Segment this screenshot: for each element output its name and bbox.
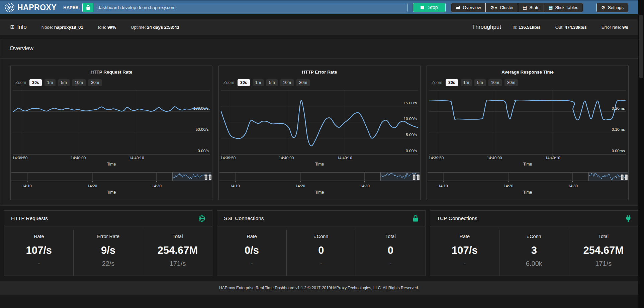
zoom-controls: Zoom30s1m5m10m30m	[223, 79, 420, 86]
x-axis-tick-label: 14:40:10	[545, 156, 560, 160]
metric-label: #Conn	[287, 234, 356, 239]
x-axis-tick-label: 14:39:50	[220, 156, 236, 160]
metric-label: Total	[143, 234, 212, 239]
x-axis-tick-labels: 14:39:5014:40:0014:40:10	[427, 156, 628, 161]
zoom-1m-button[interactable]: 1m	[461, 79, 472, 86]
zoom-30m-button[interactable]: 30m	[88, 79, 102, 86]
uptime-info: Uptime: 24 days 2:53:43	[131, 25, 179, 30]
y-axis-tick-label: 0.00ms	[612, 148, 625, 153]
navigator-handle[interactable]	[417, 175, 420, 180]
card-ssl-connections: SSL Connections Rate0/s-#Conn0-Total0-	[217, 210, 425, 276]
navigator[interactable]	[427, 172, 628, 183]
stop-button[interactable]: Stop	[413, 3, 446, 12]
section-heading: Overview	[0, 39, 638, 59]
card-body: Rate107/s-#Conn36.00kTotal254.67M171/s	[430, 226, 638, 276]
metric-sub-value: -	[430, 260, 499, 268]
nav-button-cluster[interactable]: ⚙⚙ Cluster	[486, 3, 519, 12]
metric-label: Rate	[4, 234, 73, 239]
navigator-tick-label: 14:30	[360, 184, 370, 188]
idle-info: Idle: 99%	[98, 25, 116, 30]
overview-section: Overview HTTP Request RateZoom30s1m5m10m…	[0, 39, 638, 206]
navigator-tick-label: 14:10	[230, 184, 240, 188]
navigator-handle[interactable]	[625, 175, 628, 180]
navigator-tick-labels: 14:1014:2014:30	[427, 184, 628, 189]
metric-column-conn: #Conn36.00k	[499, 230, 568, 276]
error-rate-value: 9/s	[622, 25, 628, 30]
nav-button-label: Cluster	[500, 5, 514, 10]
x-axis-title: Time	[427, 162, 628, 168]
hapee-label: HAPEE:	[63, 5, 80, 10]
nav-button-stats[interactable]: ▤ Stats	[518, 3, 544, 12]
card-header: SSL Connections	[217, 211, 425, 226]
series-line	[221, 100, 418, 146]
zoom-10m-button[interactable]: 10m	[280, 79, 294, 86]
url-input[interactable]: dashboard-develop.demo.haproxy.com	[93, 3, 407, 12]
x-axis-tick-label: 14:40:10	[337, 156, 352, 160]
nav-button-overview[interactable]: Overview	[451, 3, 486, 12]
zoom-30s-button[interactable]: 30s	[446, 79, 458, 86]
chart-panel-http-error-rate: HTTP Error RateZoom30s1m5m10m30m15.00/s1…	[218, 66, 421, 200]
globe-icon	[198, 215, 205, 222]
zoom-30s-button[interactable]: 30s	[238, 79, 250, 86]
zoom-10m-button[interactable]: 10m	[488, 79, 502, 86]
stop-icon	[421, 6, 424, 9]
y-axis-tick-label: 50.00/s	[195, 127, 208, 132]
chart-plot: 15.00/s10.00/s5.00/s0.00/s	[219, 89, 420, 156]
lock-icon	[412, 215, 419, 222]
zoom-30m-button[interactable]: 30m	[504, 79, 518, 86]
card-body: Rate0/s-#Conn0-Total0-	[217, 226, 425, 276]
zoom-10m-button[interactable]: 10m	[72, 79, 86, 86]
uptime-value: 24 days 2:53:43	[147, 25, 179, 30]
nav-button-label: Stats	[530, 5, 540, 10]
zoom-30m-button[interactable]: 30m	[296, 79, 310, 86]
scrollbar-thumb[interactable]	[639, 15, 643, 78]
settings-button[interactable]: ⚙ Settings	[596, 3, 628, 12]
zoom-1m-button[interactable]: 1m	[44, 79, 56, 86]
url-lock-button[interactable]	[83, 3, 93, 12]
metric-label: Rate	[430, 234, 499, 239]
throughput-info: Throughput In: 136.51kb/s Out: 474.33kb/…	[472, 24, 628, 30]
url-bar: dashboard-develop.demo.haproxy.com	[82, 3, 407, 12]
metric-value: 254.67M	[143, 244, 212, 256]
throughput-label: Throughput	[472, 24, 501, 30]
nav-button-label: Overview	[463, 5, 481, 10]
navigator-handle[interactable]	[621, 175, 623, 180]
table-icon: ▦	[548, 5, 553, 10]
node-label: Node:	[41, 25, 53, 30]
zoom-5m-button[interactable]: 5m	[266, 79, 277, 86]
nav-button-label: Stick Tables	[555, 5, 578, 10]
haproxy-logo-icon	[5, 2, 15, 12]
throughput-in: In: 136.51kb/s	[513, 25, 541, 30]
info-toggle[interactable]: ⊞ Info	[10, 24, 27, 30]
chart-plot: 0.20ms0.10ms0.00ms	[427, 89, 628, 156]
navigator-tick-label: 14:20	[503, 184, 513, 188]
metric-sub-value: -	[356, 260, 425, 268]
out-label: Out:	[555, 25, 564, 30]
metric-label: Error Rate	[74, 234, 143, 239]
metric-value: 107/s	[430, 244, 499, 256]
navigator[interactable]	[11, 172, 212, 183]
nav-button-stick-tables[interactable]: ▦ Stick Tables	[544, 3, 582, 12]
navigator-axis-title: Time	[11, 190, 212, 195]
out-value: 474.33kb/s	[565, 25, 587, 30]
metric-sub-value: 171/s	[569, 260, 638, 268]
zoom-label: Zoom	[223, 80, 234, 85]
y-axis-tick-label: 10.00/s	[403, 117, 417, 121]
navigator-handle[interactable]	[209, 175, 211, 180]
metric-sub-value: 171/s	[143, 260, 212, 268]
gears-icon: ⚙⚙	[490, 5, 497, 10]
zoom-1m-button[interactable]: 1m	[253, 79, 264, 86]
navigator-handle[interactable]	[413, 175, 415, 180]
metric-label: #Conn	[499, 234, 568, 239]
area-chart-icon	[456, 5, 461, 10]
metric-column-rate: Rate107/s-	[4, 230, 73, 276]
expand-icon: ⊞	[10, 24, 14, 30]
zoom-5m-button[interactable]: 5m	[474, 79, 485, 86]
info-label: Info	[17, 24, 26, 30]
zoom-5m-button[interactable]: 5m	[58, 79, 69, 86]
summary-cards-row: HTTP Requests Rate107/s-Error Rate9/s22/…	[4, 210, 638, 276]
navigator-handle[interactable]	[205, 175, 207, 180]
zoom-30s-button[interactable]: 30s	[29, 79, 42, 86]
haproxy-brand: HAPROXY	[5, 2, 57, 12]
navigator[interactable]	[219, 172, 420, 183]
